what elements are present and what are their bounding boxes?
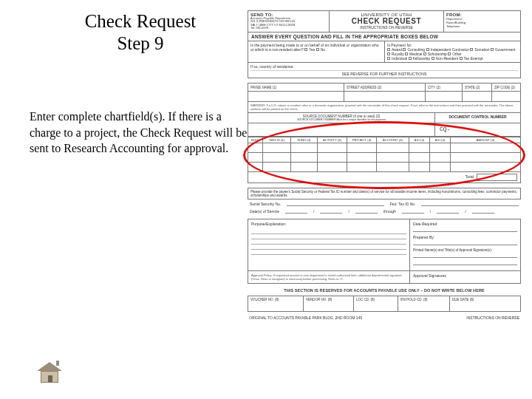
- fedtax-label: Fed. Tax ID No.: [390, 202, 416, 206]
- dos-label: Date(s) of Service: [250, 209, 279, 214]
- table-row: [248, 162, 521, 171]
- instruction-text: Enter complete chartfield(s). If there i…: [30, 109, 251, 157]
- slide-title: Check Request Step 9: [30, 10, 251, 54]
- invoice-note: Please provide the payee's Social Securi…: [248, 188, 521, 200]
- title-line1: Check Request: [85, 11, 197, 31]
- slide: Check Request Step 9 Enter complete char…: [0, 0, 532, 399]
- home-icon: [41, 371, 58, 383]
- purpose-grid: Purpose/Explanation: Date Required: Prep…: [248, 219, 521, 271]
- approval-sig-label: Approval Signatures: [413, 273, 517, 278]
- home-icon: [56, 361, 59, 366]
- purpose-label: Purpose/Explanation:: [251, 222, 287, 226]
- residence-row: If so, country of residence: SEE REVERSE…: [248, 63, 521, 78]
- total-row: Total: [248, 172, 521, 183]
- nra-question: Is the payment being made to or on behal…: [250, 43, 378, 52]
- payee-note: WARNING: If a U.S. citizen or resident a…: [248, 102, 521, 113]
- doc-number-header: SOURCE DOCUMENT NUMBER (if one is used) …: [248, 113, 521, 123]
- form-header: SEND TO: Accounts Payable Department 201…: [248, 10, 521, 33]
- ap-row: VOUCHER NO. (8) VENDOR NO. (8) LOC CD. (…: [248, 296, 521, 312]
- from-body: Department Room/Building Telephone: [446, 17, 518, 29]
- table-row: [248, 152, 521, 162]
- approval-policy: Approval Policy: If requested amount is …: [248, 271, 410, 284]
- footer-right: INSTRUCTIONS ON REVERSE: [466, 316, 519, 320]
- form-banner: ANSWER EVERY QUESTION AND FILL IN THE AP…: [248, 33, 521, 41]
- ssn-label: Social Security No.: [250, 202, 281, 206]
- dcn-label: DOCUMENT CONTROL NUMBER: [435, 113, 520, 123]
- printed-names-label: Printed Name(s) and Title(s) of Approval…: [413, 248, 517, 252]
- left-column: Check Request Step 9 Enter complete char…: [30, 10, 251, 157]
- form-subtitle: INSTRUCTIONS ON REVERSE: [332, 25, 441, 30]
- residence-center: SEE REVERSE FOR FURTHER INSTRUCTIONS: [250, 70, 518, 76]
- cq-value: CQ-: [435, 123, 520, 134]
- payee-header: PAYEE NAME (1) STREET ADDRESS (2) CITY (…: [248, 83, 521, 92]
- question-row: Is the payment being made to or on behal…: [248, 41, 521, 63]
- doc-number-body: CQ-: [248, 123, 521, 137]
- chartfield-table: BU(4) ORG ID (4) FUND (4) ACTIVITY (4) P…: [248, 137, 521, 172]
- prepared-by-label: Prepared By:: [413, 235, 517, 239]
- home-button[interactable]: [37, 362, 62, 384]
- footer-left: ORIGINAL TO ACCOUNTS PAYABLE PARK BLDG. …: [249, 316, 362, 320]
- check-request-form: SEND TO: Accounts Payable Department 201…: [248, 10, 521, 369]
- residence-label: If so, country of residence:: [250, 64, 294, 69]
- table-row: [248, 143, 521, 152]
- date-required-label: Date Required:: [413, 222, 517, 226]
- send-to-body: Accounts Payable Department 201 S PRESID…: [250, 17, 327, 30]
- form-title: CHECK REQUEST: [332, 17, 441, 25]
- policy-grid: Approval Policy: If requested amount is …: [248, 271, 521, 284]
- form-footer: ORIGINAL TO ACCOUNTS PAYABLE PARK BLDG. …: [248, 316, 521, 320]
- reserved-banner: THIS SECTION IS RESERVED FOR ACCOUNTS PA…: [248, 288, 521, 293]
- payee-body: [248, 92, 521, 102]
- title-line2: Step 9: [117, 33, 163, 53]
